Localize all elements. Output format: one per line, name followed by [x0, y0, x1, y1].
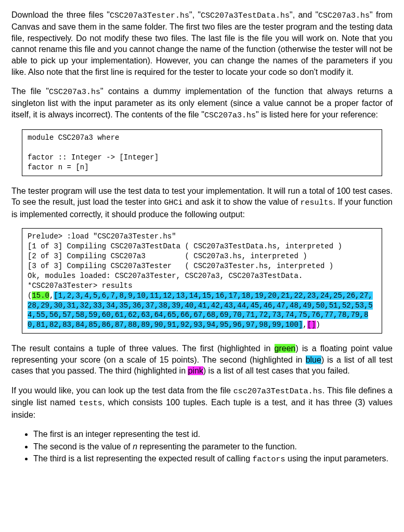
filename: CSC207a3.hs — [204, 111, 256, 120]
italic-n: n — [133, 442, 137, 451]
output-line: [3 of 3] Compiling CSC207a3Tester ( CSC2… — [28, 262, 333, 270]
paragraph-intro: Download the three files "CSC207a3Tester… — [11, 9, 393, 77]
code-listing-module: module CSC207a3 where factor :: Integer … — [22, 129, 382, 176]
text: If you would like, you can look up the t… — [11, 386, 233, 395]
text: using the input parameters. — [285, 454, 388, 463]
inline-code: results — [301, 198, 333, 207]
text: The second is the value of — [33, 442, 133, 451]
highlight-blue-word: blue — [306, 355, 321, 364]
text: The result contains a tuple of three val… — [11, 344, 275, 353]
output-score: 15.0 — [32, 291, 49, 300]
paragraph-result-explain: The result contains a tuple of three val… — [11, 343, 393, 377]
filename: CSC207a3.hs — [49, 88, 100, 97]
output-tuple-close: ) — [316, 321, 320, 329]
output-faillist: [] — [307, 321, 316, 329]
output-line: Prelude> :load "CSC207a3Tester.hs" — [28, 232, 176, 241]
text: The file " — [11, 87, 49, 96]
output-line: [1 of 3] Compiling CSC207a3TestData ( CS… — [28, 242, 342, 250]
list-item: The second is the value of n representin… — [33, 441, 393, 453]
filename: CSC207a3TestData.hs — [201, 11, 290, 20]
list-item: The third is a list representing the exp… — [33, 453, 393, 465]
filename: csc207a3TestData.hs — [233, 387, 322, 396]
list-item: The first is an integer representing the… — [33, 429, 393, 440]
highlight-green-word: green — [275, 344, 296, 353]
text: and ask it to show the value of — [183, 197, 301, 206]
text: ", and " — [290, 10, 318, 19]
filename: CSC207a3.hs — [318, 11, 370, 20]
paragraph-tester: The tester program will use the test dat… — [11, 185, 393, 220]
text: representing the parameter to the functi… — [137, 442, 297, 451]
bullet-list: The first is an integer representing the… — [11, 429, 393, 465]
text: ", " — [189, 10, 201, 19]
highlight-pink-word: pink — [188, 366, 203, 375]
output-line: [2 of 3] Compiling CSC207a3 ( CSC207a3.h… — [28, 252, 307, 260]
output-passlist: [1,2,3,4,5,6,7,8,9,10,11,12,13,14,15,16,… — [28, 291, 373, 329]
text: " is listed here for your reference: — [256, 110, 378, 119]
inline-code: factors — [253, 455, 285, 464]
text: Download the three files " — [11, 10, 110, 19]
text: The third is a list representing the exp… — [33, 454, 253, 463]
inline-code: GHCi — [164, 198, 183, 207]
text: ) is a list of all test cases that you f… — [203, 366, 350, 375]
filename: CSC207a3Tester.hs — [110, 11, 189, 20]
inline-code: tests — [79, 399, 102, 408]
paragraph-testdata: If you would like, you can look up the t… — [11, 385, 393, 420]
output-sep: , — [303, 321, 307, 329]
output-line: *CSC207a3Tester> results — [28, 282, 133, 290]
output-line: Ok, modules loaded: CSC207a3Tester, CSC2… — [28, 272, 303, 280]
paragraph-dummy-impl: The file "CSC207a3.hs" contains a dummy … — [11, 86, 393, 121]
code-listing-output: Prelude> :load "CSC207a3Tester.hs" [1 of… — [22, 228, 382, 334]
